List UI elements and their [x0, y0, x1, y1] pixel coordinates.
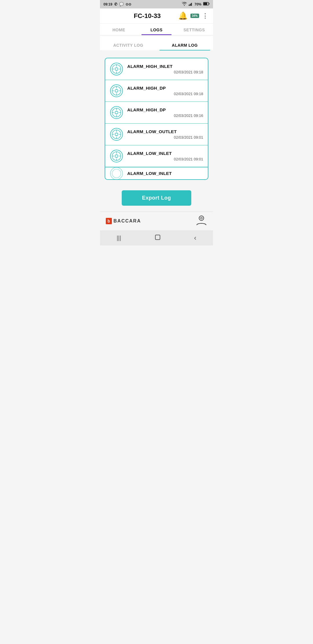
chat-icon: 💬: [119, 2, 124, 6]
signal-icon: [189, 2, 193, 7]
alarm-icon-partial: [110, 167, 123, 179]
footer: b BACCARA: [100, 211, 213, 230]
alarm-timestamp: 02/03/2021 09:18: [127, 70, 203, 74]
status-time: 09:19: [103, 2, 112, 6]
alarm-icon: [110, 62, 123, 76]
svg-rect-6: [203, 3, 207, 5]
svg-rect-46: [155, 235, 160, 240]
alarm-details: ALARM_HIGH_DP 02/03/2021 09:16: [127, 107, 203, 118]
alarm-icon: [110, 84, 123, 97]
alarm-list-card: ALARM_HIGH_INLET 02/03/2021 09:18: [105, 58, 208, 180]
export-area: Export Log: [100, 184, 213, 211]
alarm-timestamp: 02/03/2021 09:18: [127, 92, 203, 96]
alarm-name: ALARM_HIGH_DP: [127, 107, 203, 112]
alarm-timestamp: 02/03/2021 09:01: [127, 157, 203, 161]
person-icon: [196, 215, 207, 227]
alarm-details: ALARM_LOW_OUTLET 02/03/2021 09:01: [127, 129, 203, 140]
battery-icon: [203, 2, 210, 6]
tab-home[interactable]: HOME: [100, 23, 138, 35]
alarm-timestamp: 02/03/2021 09:16: [127, 113, 203, 118]
svg-rect-1: [190, 4, 191, 6]
alarm-name: ALARM_HIGH_DP: [127, 86, 203, 91]
app-header: FC-10-33 🔔 34% ⋮: [100, 8, 213, 23]
alarm-icon: [110, 106, 123, 119]
svg-point-45: [201, 217, 202, 219]
svg-rect-2: [191, 3, 192, 6]
android-home-button[interactable]: [154, 234, 161, 242]
subtab-alarm-log[interactable]: ALARM LOG: [156, 40, 213, 50]
android-nav-bar: ||| ‹: [100, 230, 213, 245]
battery-badge: 34%: [190, 14, 199, 18]
tab-settings[interactable]: SETTINGS: [175, 23, 213, 35]
svg-rect-5: [209, 3, 210, 5]
alarm-item[interactable]: ALARM_HIGH_DP 02/03/2021 09:16: [105, 102, 208, 124]
android-back-button[interactable]: ‹: [194, 234, 196, 242]
alarm-item[interactable]: ALARM_LOW_OUTLET 02/03/2021 09:01: [105, 124, 208, 145]
alarm-name: ALARM_LOW_OUTLET: [127, 129, 203, 134]
tab-logs[interactable]: LOGS: [138, 23, 175, 35]
wifi-icon: [182, 2, 187, 7]
alarm-name: ALARM_LOW_INLET: [127, 151, 203, 156]
android-menu-button[interactable]: |||: [117, 235, 121, 241]
phone-icon: ✆: [114, 2, 117, 6]
battery-percent: 70%: [194, 2, 201, 6]
svg-point-44: [199, 216, 204, 220]
status-left: 09:19 ✆ 💬 ⊙⊙: [103, 2, 131, 6]
logo-b-icon: b: [106, 218, 112, 224]
alarm-details: ALARM_HIGH_INLET 02/03/2021 09:18: [127, 64, 203, 74]
svg-rect-3: [192, 2, 193, 6]
subtab-activity-log[interactable]: ACTIVITY LOG: [100, 40, 156, 50]
alarm-item[interactable]: ALARM_HIGH_INLET 02/03/2021 09:18: [105, 58, 208, 80]
alarm-details-partial: ALARM_LOW_INLET: [127, 171, 203, 176]
export-log-button[interactable]: Export Log: [122, 190, 191, 206]
svg-point-43: [112, 169, 121, 178]
alarm-bell-icon[interactable]: 🔔: [178, 11, 188, 20]
alarm-icon: [110, 149, 123, 163]
more-menu-icon[interactable]: ⋮: [202, 12, 208, 20]
voicemail-icon: ⊙⊙: [125, 2, 131, 6]
sub-tabs: ACTIVITY LOG ALARM LOG: [100, 35, 213, 51]
alarm-icon: [110, 128, 123, 141]
status-right: 70%: [182, 2, 210, 7]
alarm-details: ALARM_LOW_INLET 02/03/2021 09:01: [127, 151, 203, 161]
alarm-item[interactable]: ALARM_HIGH_DP 02/03/2021 09:18: [105, 80, 208, 102]
alarm-item-partial: ALARM_LOW_INLET: [105, 167, 208, 179]
svg-rect-0: [189, 5, 190, 6]
alarm-details: ALARM_HIGH_DP 02/03/2021 09:18: [127, 86, 203, 96]
baccara-logo: b BACCARA: [106, 218, 141, 224]
header-actions: 🔔 34% ⋮: [178, 11, 208, 20]
alarm-name: ALARM_HIGH_INLET: [127, 64, 203, 69]
logo-text: BACCARA: [114, 218, 141, 224]
status-bar: 09:19 ✆ 💬 ⊙⊙ 70%: [100, 0, 213, 8]
app-title: FC-10-33: [116, 12, 178, 20]
alarm-name-partial: ALARM_LOW_INLET: [127, 171, 203, 176]
alarm-item[interactable]: ALARM_LOW_INLET 02/03/2021 09:01: [105, 145, 208, 167]
alarm-timestamp: 02/03/2021 09:01: [127, 135, 203, 140]
nav-tabs: HOME LOGS SETTINGS: [100, 23, 213, 35]
content-area: ALARM_HIGH_INLET 02/03/2021 09:18: [100, 55, 213, 184]
